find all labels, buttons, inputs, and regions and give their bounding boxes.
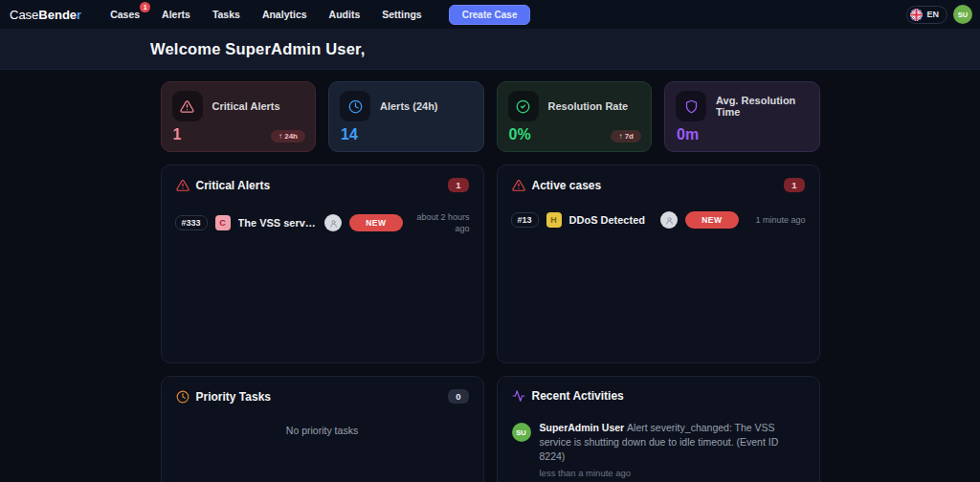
priority-tasks-panel: Priority Tasks 0 No priority tasks [161,376,484,482]
stat-card-alerts-24h: Alerts (24h) 14 [328,81,484,152]
alert-timestamp: about 2 hours ago [411,211,470,234]
stat-value: 0m [677,126,699,143]
stat-card-critical-alerts: Critical Alerts 1 ↑ 24h [161,81,317,152]
check-circle-icon [508,91,539,121]
alert-triangle-icon [176,179,189,192]
panel-title: Recent Activities [532,389,624,403]
nav-menu: Cases 1 Alerts Tasks Analytics Audits Se… [110,9,422,20]
nav-right: EN SU [906,5,972,24]
activity-user: SuperAdmin User [540,422,628,433]
panels-row-1: Critical Alerts 1 #333 C The VSS service… [161,164,820,363]
critical-alert-row[interactable]: #333 C The VSS service is shutting dow..… [162,211,483,234]
nav-item-alerts[interactable]: Alerts [162,9,190,20]
active-cases-panel: Active cases 1 #13 H DDoS Detected NEW 1… [497,164,820,363]
stat-title: Critical Alerts [212,100,280,112]
trend-badge: ↑ 24h [271,130,305,142]
alert-id-chip: #333 [175,215,208,230]
person-icon [324,214,342,231]
welcome-bar: Welcome SuperAdmin User, [0,29,980,70]
active-case-row[interactable]: #13 H DDoS Detected NEW 1 minute ago [498,211,819,229]
person-icon [660,211,678,229]
stat-title: Alerts (24h) [380,100,438,112]
top-nav: CaseBender Cases 1 Alerts Tasks Analytic… [0,0,980,29]
case-timestamp: 1 minute ago [746,214,806,226]
panel-count-badge: 0 [448,389,468,404]
severity-chip: C [215,215,231,230]
alert-triangle-icon [172,91,203,121]
nav-item-audits[interactable]: Audits [329,9,361,20]
stat-value: 14 [341,126,358,143]
user-avatar[interactable]: SU [953,5,972,24]
panel-title: Active cases [532,179,602,192]
status-badge: NEW [349,214,402,231]
app-logo[interactable]: CaseBender [10,8,81,22]
trend-badge: ↑ 7d [611,130,641,142]
nav-item-settings[interactable]: Settings [382,9,421,20]
nav-item-tasks[interactable]: Tasks [212,9,240,20]
critical-alerts-panel: Critical Alerts 1 #333 C The VSS service… [161,164,484,363]
panel-count-badge: 1 [784,178,804,192]
panels-row-2: Priority Tasks 0 No priority tasks Recen… [161,376,820,482]
activity-item[interactable]: SU SuperAdmin User Alert severity_change… [498,421,819,478]
case-title: DDoS Detected [569,214,654,226]
uk-flag-icon [910,9,923,21]
shield-icon [676,91,706,121]
clock-icon [176,390,189,404]
stat-value: 0% [509,126,531,143]
nav-item-analytics[interactable]: Analytics [262,9,307,20]
cases-count-badge: 1 [140,2,150,12]
alert-triangle-icon [512,179,525,192]
stat-cards: Critical Alerts 1 ↑ 24h Alerts (24h) 14 [161,81,820,152]
activity-timestamp: less than a minute ago [540,468,805,478]
panel-title: Priority Tasks [196,390,271,404]
language-selector[interactable]: EN [906,6,947,24]
nav-item-cases[interactable]: Cases 1 [110,9,140,20]
activity-avatar: SU [512,423,531,442]
clock-icon [340,91,370,121]
dashboard-content: Critical Alerts 1 ↑ 24h Alerts (24h) 14 [161,81,820,482]
status-badge: NEW [685,211,738,229]
pulse-icon [512,389,525,403]
empty-state-text: No priority tasks [162,425,483,436]
create-case-button[interactable]: Create Case [449,5,531,25]
page-title: Welcome SuperAdmin User, [150,40,366,58]
case-id-chip: #13 [511,212,539,228]
severity-chip: H [546,212,562,228]
recent-activities-panel: Recent Activities SU SuperAdmin User Ale… [497,376,820,482]
stat-title: Resolution Rate [548,100,629,112]
stat-title: Avg. Resolution Time [716,95,809,118]
language-label: EN [926,10,939,19]
stat-card-resolution-rate: Resolution Rate 0% ↑ 7d [497,81,653,152]
stat-card-avg-resolution-time: Avg. Resolution Time 0m [664,81,820,152]
stat-value: 1 [173,126,182,143]
panel-count-badge: 1 [448,178,468,192]
alert-title: The VSS service is shutting dow... [238,217,318,229]
panel-title: Critical Alerts [196,179,271,192]
